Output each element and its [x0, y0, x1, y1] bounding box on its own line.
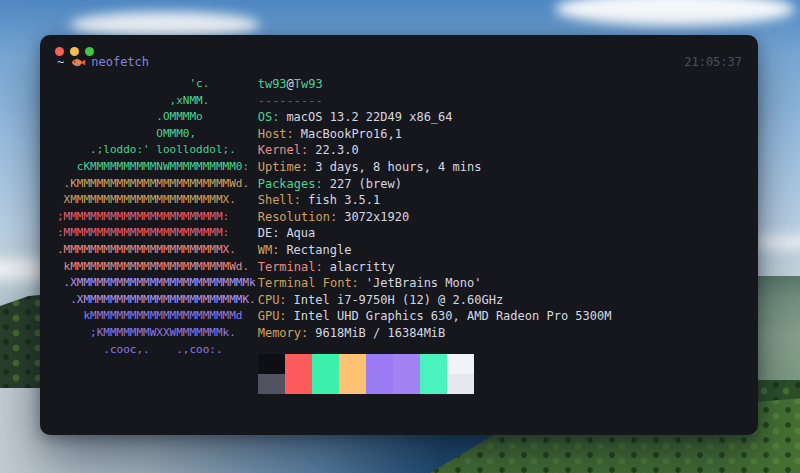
cloud: [555, 0, 795, 26]
info-value: 3 days, 8 hours, 4 mins: [315, 160, 481, 174]
terminal-window: ~ neofetch 21:05:37 'c. ,xNMM. .OM: [40, 35, 758, 435]
info-label: Kernel:: [258, 143, 309, 157]
ascii-art-line: .MMMMMMMMMMMMMMMMMMMMMMMMX.: [57, 242, 256, 259]
palette-swatch: [366, 354, 393, 374]
fish-icon: [71, 56, 86, 69]
info-row: WM:Rectangle: [258, 242, 744, 259]
ascii-art-line: ;KMMMMMMMWXXWMMMMMMMk.: [57, 325, 256, 342]
info-row: CPU:Intel i7-9750H (12) @ 2.60GHz: [258, 292, 744, 309]
info-label: Shell:: [258, 193, 301, 207]
info-value: 'JetBrains Mono': [366, 276, 482, 290]
palette-swatch: [312, 354, 339, 374]
info-row: Kernel:22.3.0: [258, 142, 744, 159]
info-row: DE:Aqua: [258, 225, 744, 242]
info-label: OS:: [258, 110, 280, 124]
ascii-art-line: .KMMMMMMMMMMMMMMMMMMMMMMMWd.: [57, 176, 256, 193]
info-value: Intel UHD Graphics 630, AMD Radeon Pro 5…: [294, 309, 612, 323]
palette-swatch: [447, 374, 474, 394]
palette-row: [258, 374, 474, 394]
palette-swatch: [339, 354, 366, 374]
ascii-art-line: .XMMMMMMMMMMMMMMMMMMMMMMMMK.: [57, 292, 256, 309]
ascii-art-line: ;MMMMMMMMMMMMMMMMMMMMMMMM:: [57, 209, 256, 226]
info-row: Memory:9618MiB / 16384MiB: [258, 325, 744, 342]
ascii-art-line: .OMMMMo: [57, 109, 256, 126]
info-label: Resolution:: [258, 210, 337, 224]
info-row: Terminal Font:'JetBrains Mono': [258, 275, 744, 292]
palette-swatch: [285, 374, 312, 394]
ansi-color-palette: [258, 354, 474, 394]
palette-row: [258, 354, 474, 374]
ascii-art-line: kMMMMMMMMMMMMMMMMMMMMMMMMWd.: [57, 259, 256, 276]
palette-swatch: [312, 374, 339, 394]
system-info-column: tw93@Tw93 --------- OS:macOS 13.2 22D49 …: [258, 76, 744, 398]
ascii-apple-logo: 'c. ,xNMM. .OMMMMo OMMM0, .;loddo:' lool…: [57, 76, 256, 358]
clock-text: 21:05:37: [684, 54, 742, 71]
neofetch-title: tw93@Tw93: [258, 76, 744, 93]
info-value: Aqua: [286, 226, 315, 240]
info-value: fish 3.5.1: [308, 193, 380, 207]
palette-swatch: [366, 374, 393, 394]
shell-prompt-line: ~ neofetch 21:05:37: [57, 54, 742, 71]
palette-swatch: [285, 354, 312, 374]
info-row: Host:MacBookPro16,1: [258, 126, 744, 143]
info-value: 9618MiB / 16384MiB: [315, 326, 445, 340]
info-label: Packages:: [258, 177, 323, 191]
info-row: GPU:Intel UHD Graphics 630, AMD Radeon P…: [258, 308, 744, 325]
info-label: CPU:: [258, 293, 287, 307]
ascii-art-line: ,xNMM.: [57, 93, 256, 110]
info-list: OS:macOS 13.2 22D49 x86_64Host:MacBookPr…: [258, 109, 744, 341]
info-label: Terminal Font:: [258, 276, 359, 290]
command-text: neofetch: [91, 54, 149, 71]
neofetch-output: 'c. ,xNMM. .OMMMMo OMMM0, .;loddo:' lool…: [57, 76, 744, 398]
info-row: Shell:fish 3.5.1: [258, 192, 744, 209]
palette-swatch: [420, 374, 447, 394]
info-label: Uptime:: [258, 160, 309, 174]
ascii-art-line: .cooc,. .,coo:.: [57, 342, 256, 359]
info-label: GPU:: [258, 309, 287, 323]
info-row: Terminal:alacritty: [258, 259, 744, 276]
info-label: WM:: [258, 243, 280, 257]
ascii-art-line: cKMMMMMMMMMMNWMMMMMMMMMM0:: [57, 159, 256, 176]
info-value: Rectangle: [286, 243, 351, 257]
prompt-cwd: ~: [57, 54, 64, 71]
palette-swatch: [258, 374, 285, 394]
info-value: 227 (brew): [330, 177, 402, 191]
info-row: Packages:227 (brew): [258, 176, 744, 193]
title-host: Tw93: [294, 77, 323, 91]
info-value: macOS 13.2 22D49 x86_64: [286, 110, 452, 124]
ascii-art-line: :MMMMMMMMMMMMMMMMMMMMMMMM:: [57, 225, 256, 242]
palette-swatch: [447, 354, 474, 374]
info-label: DE:: [258, 226, 280, 240]
palette-swatch: [258, 354, 285, 374]
title-separator: ---------: [258, 93, 744, 110]
ascii-art-line: .;loddo:' loolloddol;.: [57, 142, 256, 159]
info-row: Uptime:3 days, 8 hours, 4 mins: [258, 159, 744, 176]
palette-swatch: [420, 354, 447, 374]
ascii-art-line: XMMMMMMMMMMMMMMMMMMMMMMMX.: [57, 192, 256, 209]
info-value: Intel i7-9750H (12) @ 2.60GHz: [294, 293, 504, 307]
ascii-art-line: .XMMMMMMMMMMMMMMMMMMMMMMMMMMk: [57, 275, 256, 292]
title-user: tw93: [258, 77, 287, 91]
info-row: OS:macOS 13.2 22D49 x86_64: [258, 109, 744, 126]
palette-swatch: [339, 374, 366, 394]
ascii-art-line: OMMM0,: [57, 126, 256, 143]
palette-swatch: [393, 354, 420, 374]
info-value: 22.3.0: [315, 143, 358, 157]
info-value: alacritty: [330, 260, 395, 274]
info-label: Memory:: [258, 326, 309, 340]
info-value: MacBookPro16,1: [301, 127, 402, 141]
info-label: Host:: [258, 127, 294, 141]
info-value: 3072x1920: [344, 210, 409, 224]
desktop-wallpaper: ~ neofetch 21:05:37 'c. ,xNMM. .OM: [0, 0, 800, 473]
info-label: Terminal:: [258, 260, 323, 274]
ascii-art-line: 'c.: [57, 76, 256, 93]
ascii-art-line: kMMMMMMMMMMMMMMMMMMMMMMd: [57, 308, 256, 325]
info-row: Resolution:3072x1920: [258, 209, 744, 226]
title-at: @: [287, 77, 294, 91]
palette-swatch: [393, 374, 420, 394]
